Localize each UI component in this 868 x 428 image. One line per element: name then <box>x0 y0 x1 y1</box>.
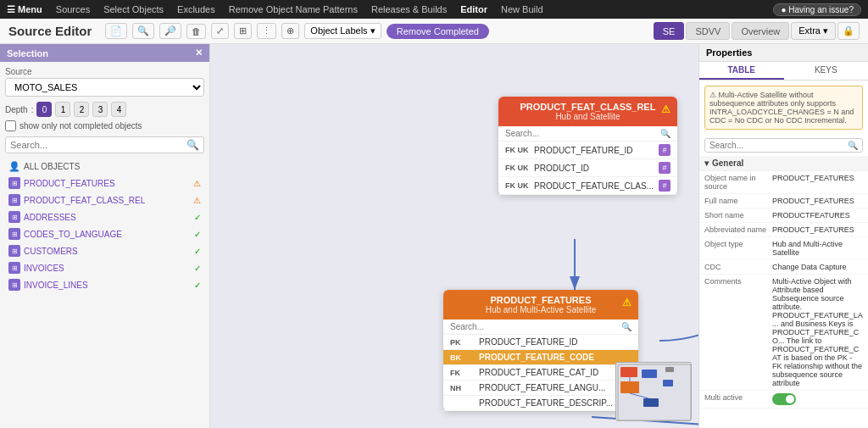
right-search[interactable]: 🔍 <box>704 138 863 153</box>
table-search[interactable]: 🔍 <box>498 126 677 142</box>
object-labels-dropdown[interactable]: Object Labels ▾ <box>304 23 381 39</box>
left-search-row[interactable]: 🔍 <box>5 136 204 153</box>
prop-value: Hub and Multi-Active Satellite <box>772 240 863 257</box>
source-label: Source <box>5 67 204 76</box>
nav-excludes[interactable]: Excludes <box>177 4 215 14</box>
nav-new-build[interactable]: New Build <box>501 4 543 14</box>
item-label-invoices: INVOICES <box>24 264 191 273</box>
item-label-product-features: PRODUCT_FEATURES <box>24 179 190 188</box>
prop-row: Object name in source PRODUCT_FEATURES <box>699 171 868 194</box>
all-objects-row[interactable]: 👤 ALL OBJECTS <box>5 158 204 175</box>
prop-value: Change Data Capture <box>772 263 863 271</box>
chevron-icon: ▾ <box>704 158 709 168</box>
lock-icon-btn[interactable]: 🔒 <box>837 22 860 40</box>
col-name: PRODUCT_FEATURE_LANGU... <box>479 383 632 392</box>
prop-label: Object name in source <box>704 174 772 191</box>
left-search-input[interactable] <box>10 140 186 150</box>
source-dropdown[interactable]: MOTO_SALES <box>5 78 204 97</box>
table-row: FK PRODUCT_FEATURE_CAT_ID <box>443 365 638 381</box>
table-row-highlighted: BK PRODUCT_FEATURE_CODE <box>443 350 638 365</box>
nav-remove-patterns[interactable]: Remove Object Name Patterns <box>229 4 358 14</box>
zoom-in-btn[interactable]: 🔎 <box>159 23 181 39</box>
properties-tabs: TABLE KEYS <box>699 62 868 81</box>
tab-se[interactable]: SE <box>654 22 685 40</box>
search-icon: 🔍 <box>621 322 632 331</box>
nav-select-objects[interactable]: Select Objects <box>103 4 164 14</box>
product-feat-class-rel-table[interactable]: PRODUCT_FEAT_CLASS_REL Hub and Satellite… <box>498 97 677 195</box>
svg-rect-5 <box>663 380 673 386</box>
nav-releases[interactable]: Releases & Builds <box>371 4 447 14</box>
new-icon-btn[interactable]: 📄 <box>105 23 127 39</box>
prop-value: PRODUCT_FEATURES <box>772 225 863 234</box>
key-badge: NH <box>450 384 474 392</box>
tab-overview[interactable]: Overview <box>732 22 789 40</box>
show-completed-checkbox[interactable] <box>5 120 16 131</box>
key-badge: BK <box>450 353 474 362</box>
nav-editor[interactable]: Editor <box>460 4 487 14</box>
table-subtitle: Hub and Multi-Active Satellite <box>452 305 630 314</box>
expand-btn[interactable]: ⤢ <box>211 23 229 39</box>
grid-icon: ⊞ <box>8 228 20 240</box>
left-panel: Selection ✕ Source MOTO_SALES Depth: 0 1… <box>0 44 210 428</box>
right-search-input[interactable] <box>709 141 848 150</box>
table-search-input[interactable] <box>505 129 657 138</box>
list-item[interactable]: ⊞ PRODUCT_FEATURES ⚠ <box>5 175 204 192</box>
general-label: General <box>712 158 743 168</box>
share-btn[interactable]: ⊕ <box>281 23 299 39</box>
table-row: PRODUCT_FEATURE_DESCRIP... <box>443 396 638 411</box>
prop-label: Comments <box>704 277 772 286</box>
tree-btn[interactable]: ⋮ <box>257 23 276 39</box>
key-badge: FK UK <box>505 146 529 154</box>
key-badge: PK <box>450 338 474 347</box>
list-item[interactable]: ⊞ INVOICE_LINES ✓ <box>5 276 204 293</box>
list-item[interactable]: ⊞ PRODUCT_FEAT_CLASS_REL ⚠ <box>5 192 204 208</box>
remove-completed-button[interactable]: Remove Completed <box>387 24 489 39</box>
multi-active-row: Multi active <box>699 391 868 409</box>
depth-3[interactable]: 3 <box>92 102 108 117</box>
depth-4[interactable]: 4 <box>111 102 126 117</box>
general-section-header[interactable]: ▾ General <box>699 156 868 171</box>
menu-item-menu[interactable]: ☰ Menu <box>7 4 42 15</box>
col-name: PRODUCT_FEATURE_CAT_ID <box>479 368 632 377</box>
depth-1[interactable]: 1 <box>55 102 70 117</box>
issue-button[interactable]: ● Having an issue? <box>773 3 861 16</box>
col-name: PRODUCT_ID <box>534 164 654 173</box>
depth-label: Depth <box>5 105 28 114</box>
layout-btn[interactable]: ⊞ <box>234 23 252 39</box>
zoom-fit-btn[interactable]: 🔍 <box>132 23 154 39</box>
tab-keys[interactable]: KEYS <box>784 62 869 80</box>
search-icon: 🔍 <box>660 129 670 138</box>
canvas-area[interactable]: PK CODE PK LANGUAGE_COD... DESCRIPTION P… <box>210 44 698 428</box>
prop-row: Short name PRODUCTFEATURES <box>699 208 868 223</box>
left-panel-content: Source MOTO_SALES Depth: 0 1 2 3 4 show … <box>0 62 209 428</box>
tab-sdvv[interactable]: SDVV <box>686 22 730 40</box>
multi-active-toggle[interactable] <box>772 393 796 405</box>
depth-0[interactable]: 0 <box>36 102 52 117</box>
list-item[interactable]: ⊞ INVOICES ✓ <box>5 259 204 276</box>
list-item[interactable]: ⊞ ADDRESSES ✓ <box>5 208 204 225</box>
mini-map <box>615 362 692 421</box>
delete-btn[interactable]: 🗑 <box>186 24 206 39</box>
top-nav: ☰ Menu Sources Select Objects Excludes R… <box>0 0 868 19</box>
list-item[interactable]: ⊞ CUSTOMERS ✓ <box>5 242 204 259</box>
tab-table[interactable]: TABLE <box>699 62 784 80</box>
prop-value: Multi-Active Object with Attribute based… <box>772 277 863 387</box>
svg-rect-4 <box>643 398 659 407</box>
hash-icon: # <box>659 162 670 174</box>
item-label-customers: CUSTOMERS <box>24 247 191 256</box>
selection-label: Selection <box>7 48 48 58</box>
prop-row: Comments Multi-Active Object with Attrib… <box>699 275 868 391</box>
prop-label: Abbreviated name <box>704 225 772 234</box>
list-item[interactable]: ⊞ CODES_TO_LANGUAGE ✓ <box>5 225 204 242</box>
svg-rect-2 <box>620 381 639 393</box>
table-search[interactable]: 🔍 <box>443 320 638 335</box>
depth-2[interactable]: 2 <box>74 102 89 117</box>
toolbar: Source Editor 📄 🔍 🔎 🗑 ⤢ ⊞ ⋮ ⊕ Object Lab… <box>0 19 868 44</box>
product-features-table[interactable]: PRODUCT_FEATURES Hub and Multi-Active Sa… <box>443 290 638 411</box>
collapse-icon[interactable]: ✕ <box>195 47 203 58</box>
nav-sources[interactable]: Sources <box>56 4 90 14</box>
grid-icon: ⊞ <box>8 211 20 223</box>
extra-dropdown[interactable]: Extra ▾ <box>791 22 836 40</box>
warning-box: ⚠ Multi-Active Satellite without subsequ… <box>704 86 863 130</box>
table-search-input[interactable] <box>450 322 618 331</box>
